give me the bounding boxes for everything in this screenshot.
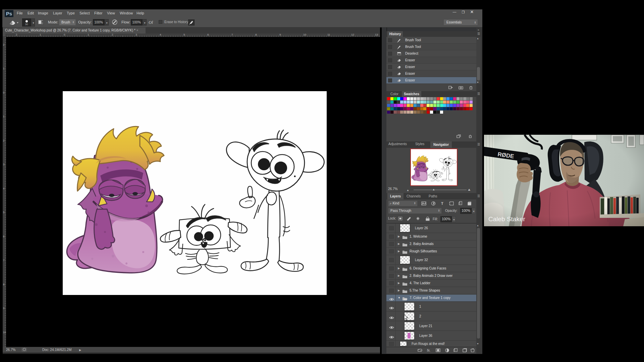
- svg-text:Ol: Ol: [149, 20, 153, 25]
- svg-text:T: T: [441, 201, 443, 205]
- svg-text:Caleb Staker: Caleb Staker: [488, 216, 526, 223]
- svg-text:fx.: fx.: [427, 349, 431, 352]
